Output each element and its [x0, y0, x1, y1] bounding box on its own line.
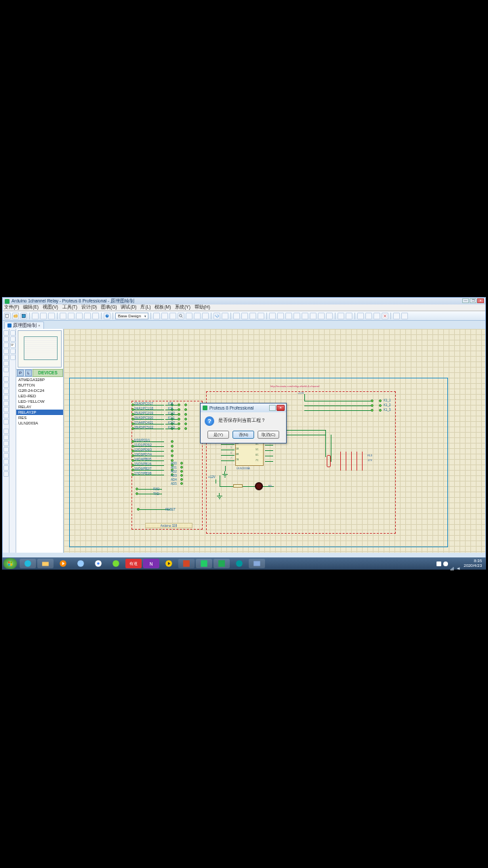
menu-debug[interactable]: 调试(D)	[121, 304, 136, 311]
taskbar-youdao[interactable]: 有道	[125, 559, 142, 568]
tb-icon[interactable]	[277, 313, 284, 319]
device-list-item[interactable]: LED-YELLOW	[16, 399, 63, 404]
taskbar-explorer[interactable]	[37, 559, 54, 568]
menu-library[interactable]: 库(L)	[140, 304, 150, 311]
tb-icon[interactable]	[373, 313, 380, 319]
tb-icon[interactable]	[194, 313, 201, 319]
taskbar-recorder[interactable]	[249, 559, 265, 568]
device-list-item[interactable]: RELAY	[16, 404, 63, 410]
device-list-item[interactable]: G2R-24-DC24	[16, 388, 63, 393]
new-icon[interactable]	[4, 313, 11, 319]
yes-button[interactable]: 是(Y)	[207, 431, 229, 439]
tb-icon[interactable]	[40, 313, 47, 319]
taskbar-media[interactable]	[55, 559, 71, 568]
probe-current-icon[interactable]	[3, 413, 9, 418]
tray-icon[interactable]	[436, 561, 441, 566]
menu-file[interactable]: 文件(F)	[4, 304, 19, 311]
taskbar-player[interactable]	[161, 559, 177, 568]
rotate-cw-icon[interactable]	[10, 330, 16, 336]
tb-icon[interactable]	[310, 313, 317, 319]
tab-close-icon[interactable]: ×	[38, 323, 41, 328]
tb-icon[interactable]	[258, 313, 264, 319]
open-icon[interactable]	[12, 313, 19, 319]
tb-icon[interactable]	[346, 313, 352, 319]
tb-icon[interactable]	[302, 313, 308, 319]
bus-tool-icon[interactable]	[3, 361, 9, 366]
rotate-ccw-icon[interactable]	[10, 336, 16, 342]
dialog-close-button[interactable]: ×	[277, 405, 285, 411]
device-list-item[interactable]: RES	[16, 415, 63, 420]
path-tool-icon[interactable]	[3, 453, 9, 458]
device-list-item[interactable]: BUTTON	[16, 382, 63, 388]
menu-system[interactable]: 系统(Y)	[175, 304, 190, 311]
tb-icon[interactable]	[76, 313, 83, 319]
taskbar-proteus[interactable]	[214, 559, 230, 568]
box-tool-icon[interactable]	[3, 435, 9, 440]
line-tool-icon[interactable]	[3, 429, 9, 434]
tb-icon[interactable]	[285, 313, 292, 319]
pick-libraries-button[interactable]: L	[25, 370, 32, 376]
device-list-item[interactable]: ATMEGA328P	[16, 377, 63, 382]
relay-coil[interactable]	[327, 455, 331, 467]
device-list-item[interactable]: RELAY2P	[16, 410, 63, 415]
delete-icon[interactable]	[382, 313, 388, 319]
taskbar-app2[interactable]	[108, 559, 124, 568]
resistor[interactable]	[233, 484, 243, 488]
menu-tool[interactable]: 工具(T)	[62, 304, 77, 311]
text-tool-icon[interactable]	[3, 355, 9, 360]
menu-design[interactable]: 设计(D)	[81, 304, 97, 311]
tb-icon[interactable]	[32, 313, 39, 319]
taskbar-ppt[interactable]	[178, 559, 195, 568]
device-list[interactable]: ATMEGA328PBUTTONG2R-24-DC24LED-REDLED-YE…	[16, 377, 63, 553]
design-variant-combo[interactable]: Base Design	[115, 313, 148, 319]
tb-icon[interactable]	[60, 313, 66, 319]
menu-graph[interactable]: 图表(G)	[101, 304, 117, 311]
flip-v-icon[interactable]	[10, 355, 16, 360]
tb-icon[interactable]	[326, 313, 333, 319]
dialog-help-button[interactable]	[269, 405, 276, 411]
tab-schematic[interactable]: 原理图绘制 ×	[4, 321, 44, 329]
arc-tool-icon[interactable]	[3, 447, 9, 452]
tb-icon[interactable]	[401, 313, 408, 319]
minimize-button[interactable]: —	[462, 298, 469, 303]
tb-icon[interactable]	[357, 313, 364, 319]
tb-icon[interactable]	[153, 313, 160, 319]
tb-icon[interactable]	[365, 313, 372, 319]
redo-icon[interactable]	[222, 313, 228, 319]
selection-tool-icon[interactable]	[3, 330, 9, 336]
undo-icon[interactable]	[214, 313, 220, 319]
no-button[interactable]: 否(N)	[232, 431, 254, 439]
terminal-tool-icon[interactable]	[3, 376, 9, 382]
marker-tool-icon[interactable]	[3, 471, 9, 477]
symbol-tool-icon[interactable]	[3, 465, 9, 471]
instrument-tool-icon[interactable]	[3, 419, 9, 425]
generator-tool-icon[interactable]	[3, 401, 9, 406]
tb-icon[interactable]	[269, 313, 276, 319]
tray-volume-icon[interactable]	[457, 561, 462, 566]
tape-tool-icon[interactable]	[3, 395, 9, 400]
start-button[interactable]	[3, 558, 17, 569]
circle-tool-icon[interactable]	[3, 441, 9, 446]
device-list-item[interactable]: LED-RED	[16, 393, 63, 399]
taskbar-arduino[interactable]	[231, 559, 247, 568]
tb-icon[interactable]	[92, 313, 99, 319]
save-icon[interactable]	[20, 313, 27, 319]
tb-icon[interactable]	[202, 313, 209, 319]
menu-view[interactable]: 视图(V)	[43, 304, 58, 311]
taskbar-clock[interactable]: 8:35 2020/4/23	[464, 559, 482, 568]
device-list-item[interactable]: ULN2003A	[16, 420, 63, 426]
help-icon[interactable]: ?	[104, 313, 110, 319]
maximize-button[interactable]: ❐	[470, 298, 476, 303]
flip-h-icon[interactable]	[10, 349, 16, 354]
tb-icon[interactable]	[68, 313, 75, 319]
tb-icon[interactable]	[233, 313, 240, 319]
junction-tool-icon[interactable]	[3, 342, 9, 348]
cancel-button[interactable]: 取消(C)	[258, 431, 279, 439]
tb-icon[interactable]	[338, 313, 344, 319]
tray-network-icon[interactable]	[450, 561, 455, 566]
tb-icon[interactable]	[293, 313, 300, 319]
devicepin-tool-icon[interactable]	[3, 382, 9, 388]
probe-voltage-icon[interactable]	[3, 407, 9, 412]
tb-icon[interactable]	[161, 313, 168, 319]
tb-icon[interactable]	[169, 313, 176, 319]
